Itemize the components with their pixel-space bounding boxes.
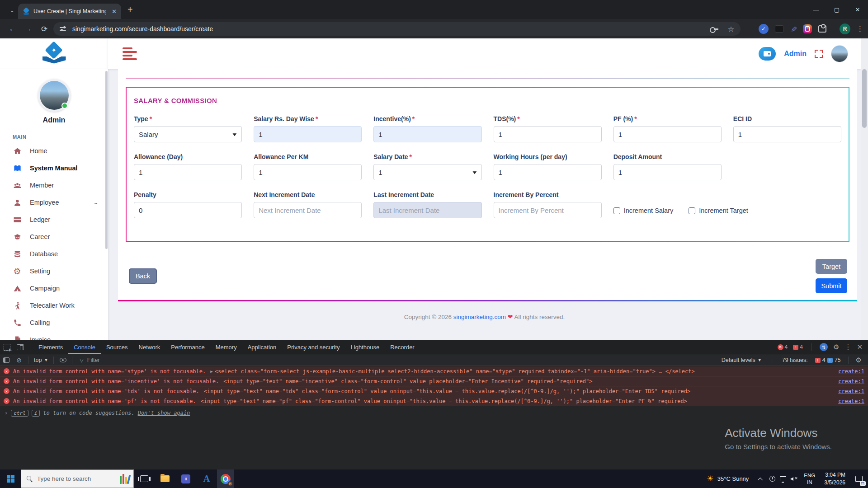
- source-link[interactable]: create:1: [832, 378, 864, 385]
- sidebar-item-ledger[interactable]: Ledger: [0, 211, 108, 228]
- log-levels-selector[interactable]: Default levels▼: [719, 357, 764, 363]
- issues-counter[interactable]: 79 Issues:: [779, 357, 811, 363]
- minimize-button[interactable]: —: [806, 0, 826, 19]
- tab-lighthouse[interactable]: Lighthouse: [345, 340, 385, 354]
- close-button[interactable]: ✕: [847, 0, 868, 19]
- address-bar[interactable]: singimarketing.com/secure-dashboard/user…: [53, 22, 741, 36]
- network-tray-icon[interactable]: [778, 469, 788, 488]
- salary-day-wise-input[interactable]: [254, 126, 362, 142]
- header-avatar[interactable]: [831, 45, 848, 62]
- sidebar-scrollbar[interactable]: [105, 71, 108, 249]
- console-error-badge[interactable]: ✕4: [778, 344, 788, 350]
- tab-recorder[interactable]: Recorder: [385, 340, 420, 354]
- inspect-element-icon[interactable]: [0, 344, 14, 351]
- start-button[interactable]: [0, 469, 21, 488]
- devtools-menu-icon[interactable]: ⋮: [844, 343, 851, 351]
- profile-avatar[interactable]: R: [840, 23, 850, 34]
- increment-salary-checkbox[interactable]: Increment Salary: [613, 207, 674, 214]
- dont-show-again-link[interactable]: Don't show again: [138, 410, 190, 416]
- console-sidebar-icon[interactable]: [0, 357, 13, 363]
- hamburger-menu-icon[interactable]: [123, 47, 139, 60]
- tab-application[interactable]: Application: [242, 340, 282, 354]
- sidebar-item-invoice[interactable]: Invoice: [0, 331, 108, 340]
- volume-muted-icon[interactable]: [788, 469, 799, 488]
- tab-search-icon[interactable]: ⌄: [6, 4, 18, 16]
- tab-privacy-security[interactable]: Privacy and security: [282, 340, 345, 354]
- increment-target-checkbox[interactable]: Increment Target: [689, 207, 748, 214]
- incentive-input[interactable]: [373, 126, 481, 142]
- sidebar-item-calling[interactable]: Calling: [0, 314, 108, 331]
- sidebar-item-campaign[interactable]: Campaign: [0, 280, 108, 297]
- search-highlights-icon[interactable]: [120, 474, 130, 484]
- console-error-row[interactable]: ✕ An invalid form control with name='tds…: [0, 386, 868, 396]
- reload-icon[interactable]: ⟳: [38, 23, 51, 35]
- scrollbar-thumb[interactable]: [862, 69, 867, 128]
- extensions-puzzle-icon[interactable]: [818, 25, 826, 33]
- site-info-icon[interactable]: [60, 26, 67, 32]
- browser-menu-icon[interactable]: ⋮: [857, 25, 863, 33]
- penalty-input[interactable]: [134, 202, 242, 218]
- extension-dark-icon[interactable]: [775, 25, 784, 33]
- sidebar-item-home[interactable]: Home: [0, 142, 108, 160]
- console-error-row[interactable]: ✕ An invalid form control with name='inc…: [0, 376, 868, 386]
- header-role-label[interactable]: Admin: [784, 50, 807, 58]
- eye-icon[interactable]: [57, 358, 69, 362]
- tab-network[interactable]: Network: [133, 340, 166, 354]
- allowance-day-input[interactable]: [134, 164, 242, 180]
- deposit-amount-input[interactable]: [613, 164, 722, 180]
- console-prompt[interactable]: › ctrl i to turn on code suggestions. Do…: [0, 408, 868, 418]
- source-link[interactable]: create:1: [832, 368, 864, 375]
- clear-console-icon[interactable]: ⊘: [13, 357, 25, 364]
- user-avatar[interactable]: [38, 79, 71, 112]
- console-settings-icon[interactable]: ⚙: [856, 356, 862, 364]
- alarm-tray-icon[interactable]: [767, 469, 778, 488]
- tab-close-icon[interactable]: ✕: [112, 8, 117, 15]
- working-hours-input[interactable]: [494, 164, 602, 180]
- new-tab-button[interactable]: +: [127, 5, 133, 15]
- sidebar-item-employee[interactable]: Employee ⌄: [0, 194, 108, 211]
- extension-pen-icon[interactable]: ✎: [788, 26, 798, 32]
- console-filter[interactable]: ▽Filter: [80, 357, 99, 363]
- devtools-settings-icon[interactable]: ⚙: [833, 343, 839, 351]
- sidebar-item-setting[interactable]: ⚙ Setting: [0, 263, 108, 280]
- source-link[interactable]: create:1: [832, 388, 864, 394]
- sidebar-item-system-manual[interactable]: System Manual: [0, 160, 108, 177]
- issues-badge[interactable]: !4: [793, 344, 803, 350]
- hidden-icons-chevron[interactable]: [755, 469, 767, 488]
- sidebar-item-career[interactable]: Career: [0, 228, 108, 245]
- tab-console[interactable]: Console: [68, 340, 101, 354]
- target-button[interactable]: Target: [816, 259, 847, 274]
- sidebar-item-member[interactable]: Member: [0, 177, 108, 194]
- app-a-button[interactable]: A: [196, 469, 217, 488]
- taskbar-weather[interactable]: ☀ 35°C Sunny: [701, 474, 755, 483]
- console-error-row[interactable]: ✕ An invalid form control with name='pf'…: [0, 396, 868, 406]
- password-key-icon[interactable]: [710, 26, 719, 32]
- wallet-icon[interactable]: [759, 47, 776, 61]
- sidebar-item-database[interactable]: Database: [0, 245, 108, 263]
- back-icon[interactable]: ←: [6, 23, 19, 35]
- increment-by-percent-input[interactable]: [494, 202, 602, 218]
- tds-input[interactable]: [494, 126, 602, 142]
- devtools-close-icon[interactable]: ✕: [857, 343, 863, 351]
- language-indicator[interactable]: ENG IN: [799, 472, 820, 485]
- browser-tab[interactable]: User Create | Singi Marketing P ✕: [18, 4, 121, 19]
- page-scrollbar[interactable]: [861, 38, 868, 340]
- chrome-taskbar-button[interactable]: R: [217, 469, 234, 488]
- allowance-per-km-input[interactable]: [254, 164, 362, 180]
- submit-button[interactable]: Submit: [816, 278, 847, 293]
- next-increment-date-input[interactable]: [254, 202, 362, 218]
- tab-memory[interactable]: Memory: [210, 340, 242, 354]
- app-logo[interactable]: [0, 38, 108, 69]
- sidebar-item-telecaller-work[interactable]: Telecaller Work: [0, 297, 108, 314]
- maximize-button[interactable]: ▢: [826, 0, 847, 19]
- type-select[interactable]: Salary▼: [134, 126, 242, 142]
- expand-icon[interactable]: ▶: [210, 369, 212, 374]
- file-explorer-button[interactable]: [155, 469, 175, 488]
- tab-sources[interactable]: Sources: [101, 340, 133, 354]
- action-center-button[interactable]: 21: [850, 469, 868, 488]
- taskbar-search[interactable]: Type here to search: [21, 469, 134, 488]
- tab-elements[interactable]: Elements: [33, 340, 68, 354]
- teams-button[interactable]: ii: [175, 469, 196, 488]
- console-error-row[interactable]: ✕ An invalid form control with name='sty…: [0, 366, 868, 376]
- context-selector[interactable]: top▼: [31, 357, 51, 363]
